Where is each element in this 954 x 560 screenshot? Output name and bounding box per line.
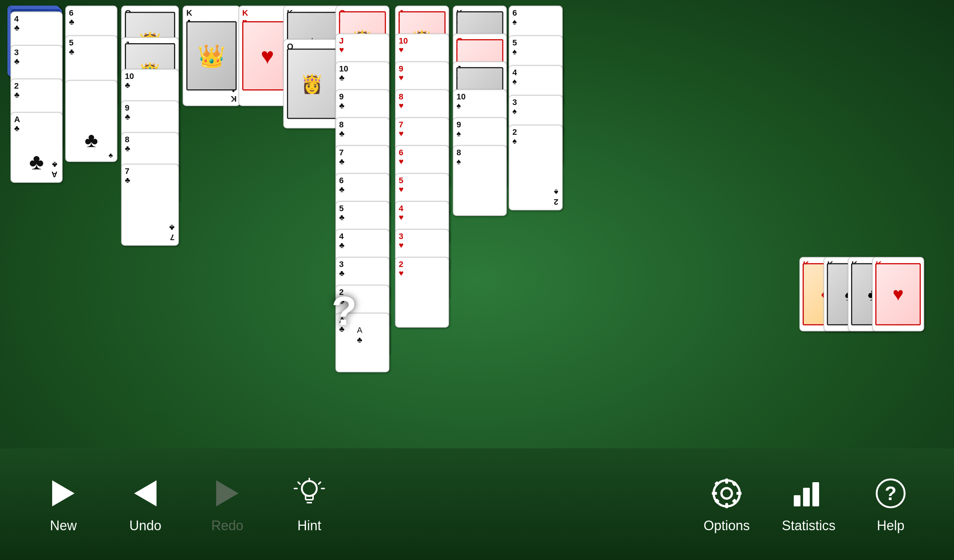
help-button[interactable]: ? Help <box>850 459 932 549</box>
statistics-label: Statistics <box>782 518 836 534</box>
undo-label: Undo <box>129 518 161 534</box>
card-k-hearts-complete[interactable]: K♥ ♥ <box>872 257 924 331</box>
svg-line-9 <box>298 482 300 484</box>
card-a-clubs[interactable]: A♣ A♣ ♣ <box>11 112 62 183</box>
card-k-clubs-col4[interactable]: K♣ K♣ 👑 <box>182 6 240 106</box>
svg-rect-24 <box>803 488 810 506</box>
svg-point-14 <box>722 488 732 499</box>
svg-rect-18 <box>736 492 742 495</box>
svg-line-10 <box>319 482 321 484</box>
undo-button[interactable]: Undo <box>104 459 186 549</box>
completed-cards: K♦ ♦ K♠ ♠ K♣ ♣ K♥ ♥ <box>799 257 924 331</box>
redo-label: Redo <box>211 518 243 534</box>
toolbar: New Undo Redo <box>0 448 954 560</box>
new-label: New <box>50 518 77 534</box>
card-clubs-col2[interactable]: ♣ ♣ <box>65 80 117 162</box>
undo-icon <box>127 475 164 512</box>
svg-marker-1 <box>134 480 156 506</box>
statistics-button[interactable]: Statistics <box>768 459 850 549</box>
svg-rect-16 <box>725 503 728 508</box>
card-8-spades[interactable]: 8♠ <box>453 145 507 216</box>
card-2-hearts[interactable]: 2♥ <box>395 257 449 328</box>
svg-rect-25 <box>812 482 819 506</box>
svg-rect-17 <box>712 492 717 495</box>
hint-label: Hint <box>298 518 321 534</box>
card-7-clubs[interactable]: 7♣ 7♣ <box>121 164 179 246</box>
svg-marker-0 <box>52 480 75 506</box>
game-area: 4♣ 4♣ 3♣ 3♣ 2♣ 2♣ A♣ A♣ ♣ 6♣ 6♣ 5♣ 5♣ <box>0 0 954 447</box>
options-label: Options <box>703 518 750 534</box>
svg-marker-2 <box>216 480 238 506</box>
help-icon: ? <box>872 475 909 512</box>
play-icon <box>45 475 82 512</box>
hint-button[interactable]: Hint <box>268 459 350 549</box>
svg-rect-23 <box>794 495 800 506</box>
new-button[interactable]: New <box>22 459 104 549</box>
help-label: Help <box>877 518 904 534</box>
card-2-spades[interactable]: 2♠ 2♠ <box>509 125 563 210</box>
svg-rect-15 <box>725 478 728 484</box>
redo-button[interactable]: Redo <box>186 459 268 549</box>
hint-icon <box>291 475 328 512</box>
redo-icon <box>209 475 246 512</box>
options-icon <box>708 475 745 512</box>
svg-point-3 <box>302 481 317 496</box>
help-area-ingame: ? A♣ <box>332 291 357 331</box>
statistics-icon <box>790 475 827 512</box>
options-button[interactable]: Options <box>686 459 768 549</box>
card-q-spades[interactable]: Q♠ 👸 <box>283 39 341 128</box>
